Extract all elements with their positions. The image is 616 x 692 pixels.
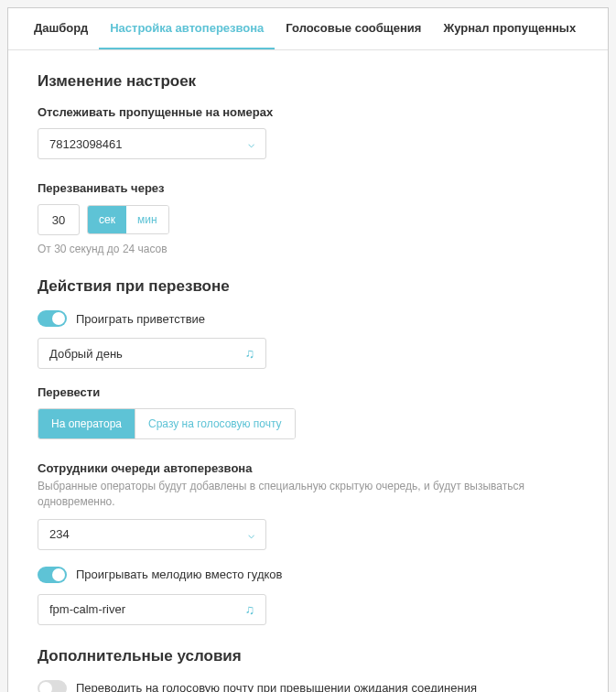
tab-callback-settings[interactable]: Настройка автоперезвона bbox=[99, 8, 275, 49]
transfer-section: Перевести На оператора Сразу на голосову… bbox=[38, 385, 578, 439]
greeting-select[interactable]: Добрый день ♫ bbox=[38, 338, 266, 369]
melody-value: fpm-calm-river bbox=[49, 602, 125, 616]
section-title-additional: Дополнительные условия bbox=[38, 647, 578, 665]
track-numbers-value: 78123098461 bbox=[49, 137, 123, 151]
time-unit-group: сек мин bbox=[87, 205, 169, 234]
chevron-down-icon: ⌵ bbox=[248, 528, 254, 541]
tab-voice-messages[interactable]: Голосовые сообщения bbox=[275, 8, 432, 49]
greeting-toggle[interactable] bbox=[38, 310, 67, 327]
queue-select[interactable]: 234 ⌵ bbox=[38, 519, 266, 550]
music-icon: ♫ bbox=[245, 602, 255, 617]
track-numbers-label: Отслеживать пропущенные на номерах bbox=[38, 105, 578, 119]
tab-dashboard[interactable]: Дашборд bbox=[23, 8, 99, 49]
callback-delay-hint: От 30 секунд до 24 часов bbox=[38, 243, 578, 255]
transfer-voicemail[interactable]: Сразу на голосовую почту bbox=[135, 409, 295, 438]
melody-section: Проигрывать мелодию вместо гудков fpm-ca… bbox=[38, 567, 578, 625]
track-numbers-section: Отслеживать пропущенные на номерах 78123… bbox=[38, 105, 578, 159]
callback-delay-label: Перезванивать через bbox=[38, 181, 578, 195]
queue-value: 234 bbox=[49, 527, 70, 541]
music-icon: ♫ bbox=[245, 346, 255, 361]
unit-seconds[interactable]: сек bbox=[88, 206, 126, 233]
queue-section: Сотрудники очереди автоперезвона Выбранн… bbox=[38, 461, 578, 550]
transfer-label: Перевести bbox=[38, 385, 578, 399]
transfer-options: На оператора Сразу на голосовую почту bbox=[38, 408, 296, 439]
content-area: Изменение настроек Отслеживать пропущенн… bbox=[8, 50, 608, 692]
melody-select[interactable]: fpm-calm-river ♫ bbox=[38, 594, 266, 625]
voicemail-timeout-label: Переводить на голосовую почту при превыш… bbox=[76, 681, 477, 692]
callback-delay-input[interactable] bbox=[38, 204, 80, 235]
transfer-operator[interactable]: На оператора bbox=[38, 409, 135, 438]
melody-toggle-label: Проигрывать мелодию вместо гудков bbox=[76, 568, 283, 581]
section-title-settings: Изменение настроек bbox=[38, 72, 578, 91]
queue-description: Выбранные операторы будут добавлены в сп… bbox=[38, 479, 578, 510]
chevron-down-icon: ⌵ bbox=[248, 137, 254, 150]
callback-delay-section: Перезванивать через сек мин От 30 секунд… bbox=[38, 181, 578, 255]
section-title-actions: Действия при перезвоне bbox=[38, 277, 578, 296]
melody-toggle[interactable] bbox=[38, 567, 67, 583]
settings-window: Дашборд Настройка автоперезвона Голосовы… bbox=[7, 7, 609, 692]
greeting-section: Проиграть приветствие Добрый день ♫ bbox=[38, 310, 578, 369]
track-numbers-select[interactable]: 78123098461 ⌵ bbox=[38, 128, 266, 159]
voicemail-timeout-section: Переводить на голосовую почту при превыш… bbox=[38, 680, 578, 692]
greeting-value: Добрый день bbox=[49, 347, 123, 361]
voicemail-timeout-toggle[interactable] bbox=[38, 680, 67, 692]
queue-label: Сотрудники очереди автоперезвона bbox=[38, 461, 578, 475]
unit-minutes[interactable]: мин bbox=[126, 206, 168, 233]
tab-missed-log[interactable]: Журнал пропущенных bbox=[432, 8, 587, 49]
greeting-toggle-label: Проиграть приветствие bbox=[76, 312, 205, 326]
tabs-bar: Дашборд Настройка автоперезвона Голосовы… bbox=[8, 8, 608, 50]
